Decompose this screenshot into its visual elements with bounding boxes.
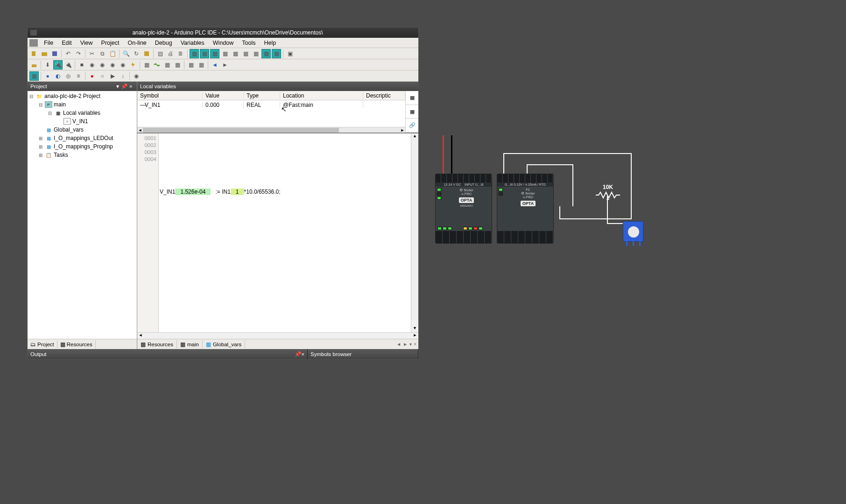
reboot-icon[interactable]: ◉ (118, 60, 127, 70)
project-tree[interactable]: ⊟ 📁 analo-plc-ide-2 Project ⊟ P main ⊟ ▦… (28, 91, 137, 339)
view-sym-icon[interactable]: ▦ (251, 49, 261, 58)
bp-list-icon[interactable]: ≡ (74, 71, 83, 81)
view-watch-icon[interactable]: ▦ (220, 49, 230, 58)
grid1-icon[interactable]: ▦ (186, 60, 196, 70)
output-close-icon[interactable]: × (301, 351, 304, 357)
tree-main[interactable]: main (54, 101, 68, 108)
warm-icon[interactable]: ◉ (98, 60, 107, 70)
stop-circle-icon[interactable]: ○ (98, 71, 107, 81)
library-icon[interactable]: ▤ (155, 49, 165, 58)
locals-hscroll[interactable]: ◄ ► (137, 127, 405, 133)
watch-add-icon[interactable]: ▦ (142, 60, 151, 70)
bp-add-icon[interactable]: ● (43, 71, 52, 81)
tree-root[interactable]: analo-plc-ide-2 Project (44, 93, 102, 99)
project-pin-icon[interactable]: ▾ (114, 83, 121, 90)
col-value[interactable]: Value (203, 92, 244, 99)
editor-hscroll[interactable]: ◄ ► (137, 332, 418, 339)
view-xref-icon[interactable]: ▦ (241, 49, 250, 58)
tab-menu-icon[interactable]: ▾ (409, 342, 412, 347)
cold-icon[interactable]: ◉ (87, 60, 97, 70)
pin-icon[interactable]: 📌 (121, 83, 127, 90)
replace-icon[interactable] (142, 49, 151, 58)
scroll-down-icon[interactable]: ▼ (411, 326, 418, 332)
run-icon[interactable]: ▶ (108, 71, 117, 81)
grid2-icon[interactable]: ▦ (197, 60, 206, 70)
view-library-icon[interactable]: ▦ (200, 49, 209, 58)
menu-project[interactable]: Project (97, 40, 124, 46)
menu-tools[interactable]: Tools (238, 40, 260, 46)
etab-global[interactable]: ▦Global_vars (203, 340, 245, 349)
view-local-icon[interactable]: ▦ (261, 49, 271, 58)
scroll-thumb[interactable] (143, 128, 339, 133)
tree-tasks[interactable]: Tasks (54, 152, 70, 158)
menu-window[interactable]: Window (209, 40, 238, 46)
menu-online[interactable]: On-line (123, 40, 150, 46)
connect-icon[interactable]: 🔌 (53, 60, 63, 70)
find-icon[interactable]: 🔍 (121, 49, 131, 58)
tree-expand-icon[interactable]: ⊞ (38, 136, 43, 141)
etab-resources[interactable]: ▦Resources (137, 340, 177, 349)
bp-remove-icon[interactable]: ◐ (53, 71, 63, 81)
col-type[interactable]: Type (244, 92, 280, 99)
print-icon[interactable]: 🖨 (166, 49, 175, 58)
tab-project[interactable]: 🗂Project (28, 341, 57, 348)
hot-icon[interactable]: ◉ (108, 60, 117, 70)
col-description[interactable]: Descriptic (363, 92, 405, 99)
download-icon[interactable]: ⬇ (43, 60, 52, 70)
menu-debug[interactable]: Debug (151, 40, 176, 46)
menu-view[interactable]: View (76, 40, 97, 46)
tree-io-led[interactable]: I_O_mappings_LEDOut (54, 135, 115, 141)
oscilloscope-icon[interactable] (152, 60, 162, 70)
find-next-icon[interactable]: ↻ (132, 49, 141, 58)
flash-icon[interactable] (128, 60, 138, 70)
scroll-left-icon[interactable]: ◄ (137, 128, 143, 133)
halt-icon[interactable]: ■ (77, 60, 86, 70)
copy-icon[interactable]: ⧉ (98, 49, 107, 58)
view-project-icon[interactable]: ▦ (190, 49, 199, 58)
view-target-icon[interactable]: ▦ (231, 49, 240, 58)
menu-file[interactable]: File (40, 40, 57, 46)
col-location[interactable]: Location (280, 92, 363, 99)
locals-link-icon[interactable]: 🔗 (406, 119, 418, 133)
tree-collapse-icon[interactable]: ⊟ (28, 94, 34, 99)
new-file-icon[interactable] (29, 49, 39, 58)
tree-io-prog[interactable]: I_O_mappings_ProgInp (54, 143, 115, 150)
tree-localvars[interactable]: Local variables (63, 110, 102, 116)
nav-fwd-icon[interactable]: ► (220, 60, 230, 70)
locals-grid2-icon[interactable]: ▦ (406, 105, 418, 119)
tree-expand-icon[interactable]: ⊞ (38, 144, 43, 149)
fullscreen-icon[interactable]: ▣ (285, 49, 295, 58)
tree-vin1[interactable]: V_IN1 (72, 118, 90, 125)
save-icon[interactable] (50, 49, 59, 58)
trigger-icon[interactable]: ▦ (173, 60, 182, 70)
locals-grid1-icon[interactable]: ▦ (406, 91, 418, 105)
code-body[interactable]: V_IN1 1.526e-04 := IN1 1 *10.0/65536.0; (159, 133, 411, 332)
force-io-icon[interactable]: ▦ (162, 60, 172, 70)
nav-back-icon[interactable]: ◄ (210, 60, 219, 70)
scroll-left-icon[interactable]: ◄ (137, 333, 144, 339)
etab-main[interactable]: ▦main (177, 340, 203, 349)
redo-icon[interactable]: ↷ (74, 49, 83, 58)
tree-expand-icon[interactable]: ⊞ (38, 153, 43, 158)
step-into-icon[interactable]: ↓ (118, 71, 127, 81)
tab-close-icon[interactable]: × (414, 342, 416, 347)
compile-icon[interactable] (29, 60, 39, 70)
tab-resources[interactable]: ▦Resources (57, 340, 96, 349)
live-debug-icon[interactable]: ▦ (29, 71, 39, 81)
editor-vscroll[interactable]: ▲ ▼ (411, 133, 418, 332)
tree-collapse-icon[interactable]: ⊟ (38, 102, 43, 107)
preview-icon[interactable]: 🗎 (176, 49, 185, 58)
scroll-right-icon[interactable]: ► (400, 128, 405, 133)
disconnect-icon[interactable]: 🔌 (63, 60, 73, 70)
view-globals-icon[interactable]: ▦ (272, 49, 281, 58)
menu-edit[interactable]: Edit (57, 40, 76, 46)
locals-row[interactable]: —V_IN1 0.000 REAL @Fast:main (137, 100, 405, 110)
tree-collapse-icon[interactable]: ⊟ (47, 111, 53, 116)
code-editor[interactable]: 0001 0002 0003 0004 V_IN1 1.526e-04 := I… (137, 133, 418, 332)
paste-icon[interactable]: 📋 (108, 49, 117, 58)
output-pin-icon[interactable]: 📌 (295, 351, 301, 357)
tab-next-icon[interactable]: ► (403, 342, 408, 347)
record-icon[interactable]: ● (87, 71, 97, 81)
tab-prev-icon[interactable]: ◄ (396, 342, 401, 347)
tree-global[interactable]: Global_vars (54, 126, 85, 133)
